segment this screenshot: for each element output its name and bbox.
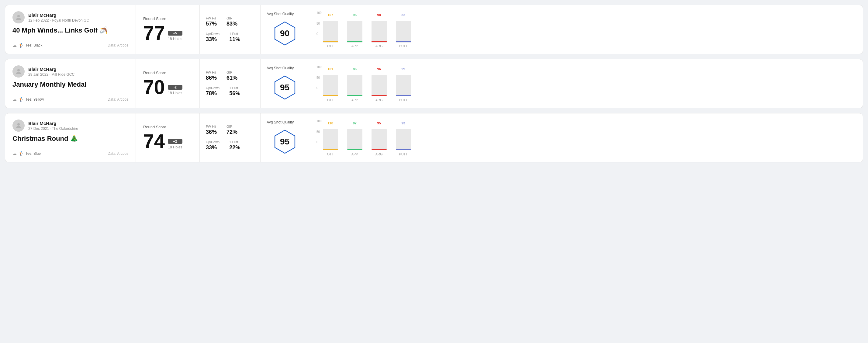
card-quality: Avg Shot Quality 90 xyxy=(260,5,309,54)
chart-area: 100 50 0 107 OTT 95 xyxy=(309,5,863,54)
data-source: Data: Arccos xyxy=(107,43,128,48)
bag-icon: 🏌 xyxy=(19,97,24,102)
stats-row-bottom: Up/Down 33% 1 Putt 22% xyxy=(206,140,254,151)
user-name: Blair McHarg xyxy=(28,121,78,126)
round-card: Blair McHarg 12 Feb 2022 · Royal North D… xyxy=(5,5,863,54)
card-stats: FW Hit 86% GIR 61% Up/Down 78% 1 Putt xyxy=(200,59,260,108)
card-footer: ☁ 🏌 Tee: Blue Data: Arccos xyxy=(12,151,128,156)
round-title: January Monthly Medal xyxy=(12,81,128,89)
bar-wrapper xyxy=(323,18,338,42)
bar-fill xyxy=(347,149,363,150)
card-score: Round Score 77 +5 18 Holes xyxy=(136,5,200,54)
user-date: 29 Jan 2022 · Mill Ride GCC xyxy=(28,72,74,76)
weather-icon: ☁ xyxy=(12,43,17,48)
quality-label: Avg Shot Quality xyxy=(267,66,294,70)
gir-stat: GIR 83% xyxy=(226,17,238,27)
stats-row-bottom: Up/Down 78% 1 Putt 56% xyxy=(206,86,254,97)
oneputt-stat: 1 Putt 56% xyxy=(229,86,240,97)
bar-wrapper xyxy=(347,18,363,42)
user-date: 12 Feb 2022 · Royal North Devon GC xyxy=(28,18,89,23)
round-card: Blair McHarg 27 Dec 2021 · The Oxfordshi… xyxy=(5,113,863,162)
gir-stat: GIR 61% xyxy=(226,70,238,81)
fw-hit-stat: FW Hit 86% xyxy=(206,70,217,81)
bar-wrapper xyxy=(372,72,387,96)
bag-icon: 🏌 xyxy=(19,43,24,48)
bar-wrapper xyxy=(372,126,387,150)
updown-stat: Up/Down 78% xyxy=(206,86,219,97)
score-label: Round Score xyxy=(143,70,192,75)
round-title: Christmas Round 🎄 xyxy=(12,135,128,143)
card-left: Blair McHarg 12 Feb 2022 · Royal North D… xyxy=(5,5,136,54)
bar-wrapper xyxy=(396,126,411,150)
svg-point-2 xyxy=(17,123,20,126)
stats-row-top: FW Hit 86% GIR 61% xyxy=(206,70,254,81)
score-number: 77 xyxy=(143,23,165,43)
score-main: 74 +2 18 Holes xyxy=(143,132,192,151)
score-modifier: +2 xyxy=(168,139,182,144)
quality-label: Avg Shot Quality xyxy=(267,120,294,124)
card-left: Blair McHarg 29 Jan 2022 · Mill Ride GCC… xyxy=(5,59,136,108)
stats-row-top: FW Hit 36% GIR 72% xyxy=(206,125,254,135)
hexagon-container: 90 xyxy=(271,20,299,47)
card-quality: Avg Shot Quality 95 xyxy=(260,114,309,162)
weather-icon: ☁ xyxy=(12,151,17,156)
fw-hit-stat: FW Hit 57% xyxy=(206,17,217,27)
chart-column: 107 OTT xyxy=(323,13,338,48)
bag-icon: 🏌 xyxy=(19,151,24,156)
bar-fill xyxy=(396,149,411,150)
quality-score: 95 xyxy=(280,137,289,147)
bar-fill xyxy=(347,95,363,96)
bar-bg xyxy=(396,21,411,42)
chart-area: 100 50 0 110 OTT 87 xyxy=(309,114,863,162)
score-detail: +2 18 Holes xyxy=(168,139,182,151)
user-info: Blair McHarg 27 Dec 2021 · The Oxfordshi… xyxy=(12,120,128,132)
user-info: Blair McHarg 12 Feb 2022 · Royal North D… xyxy=(12,11,128,23)
bar-fill xyxy=(372,41,387,42)
score-holes: 18 Holes xyxy=(168,91,182,95)
bar-fill xyxy=(347,41,363,42)
chart-bars: 101 OTT 86 APP xyxy=(323,65,411,102)
bar-wrapper xyxy=(323,126,338,150)
card-score: Round Score 70 -2 18 Holes xyxy=(136,59,200,108)
bar-bg xyxy=(323,129,338,150)
bar-wrapper xyxy=(396,18,411,42)
bar-fill xyxy=(396,95,411,96)
score-detail: +5 18 Holes xyxy=(168,31,182,43)
bar-fill xyxy=(396,41,411,42)
card-score: Round Score 74 +2 18 Holes xyxy=(136,114,200,162)
card-quality: Avg Shot Quality 95 xyxy=(260,59,309,108)
oneputt-stat: 1 Putt 11% xyxy=(229,32,240,42)
score-number: 70 xyxy=(143,77,165,97)
oneputt-stat: 1 Putt 22% xyxy=(229,140,240,151)
bar-wrapper xyxy=(323,72,338,96)
bar-fill xyxy=(372,95,387,96)
updown-stat: Up/Down 33% xyxy=(206,32,219,42)
chart-bars: 107 OTT 95 APP xyxy=(323,11,411,48)
chart-column: 87 APP xyxy=(347,121,363,156)
card-left: Blair McHarg 27 Dec 2021 · The Oxfordshi… xyxy=(5,114,136,162)
tee-info: ☁ 🏌 Tee: Black xyxy=(12,43,42,48)
gir-stat: GIR 72% xyxy=(226,125,238,135)
bar-fill xyxy=(323,95,338,96)
score-label: Round Score xyxy=(143,17,192,21)
user-info: Blair McHarg 29 Jan 2022 · Mill Ride GCC xyxy=(12,65,128,77)
chart-column: 86 APP xyxy=(347,67,363,102)
user-name: Blair McHarg xyxy=(28,12,89,18)
score-main: 77 +5 18 Holes xyxy=(143,23,192,43)
card-footer: ☁ 🏌 Tee: Black Data: Arccos xyxy=(12,43,128,48)
score-main: 70 -2 18 Holes xyxy=(143,77,192,97)
bar-bg xyxy=(323,75,338,96)
bar-bg xyxy=(396,129,411,150)
round-title: 40 Mph Winds... Links Golf 🪃 xyxy=(12,27,128,34)
bar-fill xyxy=(323,41,338,42)
quality-score: 90 xyxy=(280,29,289,38)
user-name: Blair McHarg xyxy=(28,67,74,72)
bar-bg xyxy=(323,21,338,42)
chart-column: 110 OTT xyxy=(323,121,338,156)
quality-label: Avg Shot Quality xyxy=(267,12,294,16)
user-date: 27 Dec 2021 · The Oxfordshire xyxy=(28,126,78,131)
data-source: Data: Arccos xyxy=(107,151,128,156)
bar-bg xyxy=(347,21,363,42)
bar-fill xyxy=(323,149,338,150)
chart-column: 99 PUTT xyxy=(396,67,411,102)
